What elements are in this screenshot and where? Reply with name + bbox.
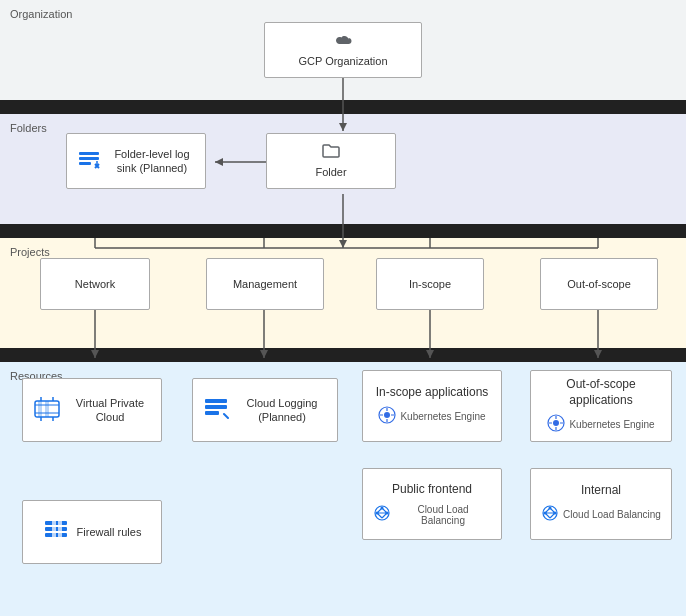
internal-sub: Cloud Load Balancing (563, 509, 661, 520)
svg-rect-21 (79, 162, 91, 165)
public-frontend-sub: Cloud Load Balancing (395, 504, 491, 526)
svg-rect-35 (52, 521, 56, 537)
vpc-icon (33, 395, 61, 426)
folder-node: Folder (266, 133, 396, 189)
k8s-icon-2 (547, 414, 565, 435)
black-bar-2 (0, 224, 686, 238)
public-frontend-node: Public frontend Cloud Load Balancing (362, 468, 502, 540)
folder-log-sink-label: Folder-level log sink (Planned) (109, 147, 195, 176)
svg-point-38 (376, 512, 379, 515)
svg-rect-23 (38, 401, 42, 417)
svg-point-31 (553, 420, 559, 426)
k8s-icon-1 (378, 406, 396, 427)
internal-label: Internal (581, 483, 621, 499)
inscope-apps-sub: Kubernetes Engine (400, 411, 485, 422)
svg-point-42 (544, 512, 547, 515)
network-label: Network (75, 277, 115, 291)
outofscope-apps-sub: Kubernetes Engine (569, 419, 654, 430)
firewall-node: Firewall rules (22, 500, 162, 564)
black-bar-1 (0, 100, 686, 114)
projects-label: Projects (10, 246, 50, 258)
vpc-node: Virtual Private Cloud (22, 378, 162, 442)
svg-point-29 (384, 412, 390, 418)
inscope-node: In-scope (376, 258, 484, 310)
outofscope-apps-node: Out-of-scope applications Kubernetes Eng… (530, 370, 672, 442)
firewall-label: Firewall rules (77, 525, 142, 539)
svg-point-44 (549, 507, 552, 510)
outofscope-apps-label: Out-of-scope applications (541, 377, 661, 408)
svg-point-43 (554, 512, 557, 515)
logging-icon (203, 396, 229, 425)
lb-icon-2 (541, 504, 559, 525)
org-label: Organization (10, 8, 72, 20)
folder-log-sink-node: Folder-level log sink (Planned) (66, 133, 206, 189)
svg-point-40 (381, 507, 384, 510)
firewall-icon (43, 518, 69, 547)
cloud-icon (333, 32, 353, 50)
outofscope-node: Out-of-scope (540, 258, 658, 310)
management-node: Management (206, 258, 324, 310)
management-label: Management (233, 277, 297, 291)
folder-label: Folder (315, 165, 346, 179)
svg-rect-27 (205, 411, 219, 415)
svg-rect-36 (58, 521, 62, 537)
svg-point-39 (386, 512, 389, 515)
outofscope-label: Out-of-scope (567, 277, 631, 291)
network-node: Network (40, 258, 150, 310)
svg-rect-19 (79, 152, 99, 155)
inscope-label: In-scope (409, 277, 451, 291)
vpc-label: Virtual Private Cloud (69, 396, 151, 425)
gcp-org-label: GCP Organization (298, 54, 387, 68)
cloud-logging-node: Cloud Logging (Planned) (192, 378, 338, 442)
inscope-apps-node: In-scope applications Kubernetes Engine (362, 370, 502, 442)
svg-rect-20 (79, 157, 99, 160)
svg-rect-25 (205, 399, 227, 403)
internal-node: Internal Cloud Load Balancing (530, 468, 672, 540)
svg-rect-24 (45, 401, 49, 417)
folders-label: Folders (10, 122, 47, 134)
folder-icon (321, 143, 341, 161)
svg-rect-26 (205, 405, 227, 409)
lb-icon-1 (373, 504, 391, 525)
logsink-icon (77, 148, 101, 175)
gcp-org-node: GCP Organization (264, 22, 422, 78)
public-frontend-label: Public frontend (392, 482, 472, 498)
inscope-apps-label: In-scope applications (376, 385, 489, 401)
cloud-logging-label: Cloud Logging (Planned) (237, 396, 327, 425)
black-bar-3 (0, 348, 686, 362)
